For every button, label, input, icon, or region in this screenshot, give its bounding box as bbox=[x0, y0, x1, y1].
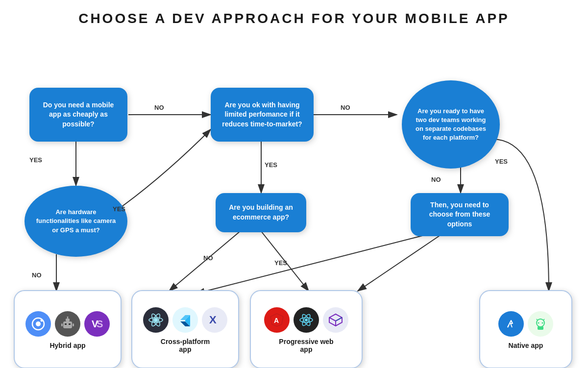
label-no-q5: NO bbox=[431, 176, 441, 183]
svg-rect-20 bbox=[61, 323, 63, 326]
robot-icon bbox=[55, 311, 80, 337]
label-yes-q1: YES bbox=[29, 156, 42, 164]
question-5: Are you ready to have two dev teams work… bbox=[402, 80, 500, 169]
result-crossplatform: X Cross-platform app bbox=[131, 290, 239, 368]
result-native: Native app bbox=[479, 290, 572, 368]
flutter-icon bbox=[172, 307, 198, 333]
svg-text:A: A bbox=[274, 317, 279, 324]
flowchart-container: YES NO NO YES NO YES YES NO NO YES Do yo… bbox=[0, 31, 588, 365]
label-yes-q3: YES bbox=[265, 161, 277, 169]
electron-icon bbox=[143, 307, 169, 333]
svg-point-35 bbox=[305, 319, 308, 321]
question-4: Are you building an ecommerce app? bbox=[216, 193, 306, 232]
angular-icon: A bbox=[264, 307, 290, 333]
label-no-q3: NO bbox=[341, 104, 350, 111]
svg-rect-15 bbox=[65, 323, 67, 325]
page-title: CHOOSE A DEV APPROACH FOR YOUR MOBILE AP… bbox=[0, 0, 588, 31]
react-icon bbox=[294, 307, 319, 333]
svg-text:X: X bbox=[209, 314, 217, 326]
native-label: Native app bbox=[509, 342, 543, 349]
svg-point-12 bbox=[36, 321, 41, 326]
label-yes-q2: YES bbox=[113, 205, 125, 213]
label-yes-q4: YES bbox=[274, 259, 287, 267]
result-hybrid: V S Hybrid app bbox=[14, 290, 122, 368]
svg-rect-14 bbox=[63, 321, 72, 328]
pwa-label: Progressive web app bbox=[279, 338, 333, 353]
svg-rect-46 bbox=[538, 326, 543, 330]
label-no-q1: NO bbox=[154, 104, 164, 111]
svg-point-47 bbox=[538, 322, 539, 324]
svg-line-40 bbox=[329, 318, 336, 321]
polymer-icon bbox=[323, 307, 348, 333]
label-no-q2: NO bbox=[32, 271, 42, 279]
svg-point-24 bbox=[154, 318, 158, 322]
svg-rect-21 bbox=[73, 323, 74, 326]
result-pwa: A Progres bbox=[250, 290, 363, 368]
svg-line-10 bbox=[196, 235, 426, 294]
svg-line-41 bbox=[336, 318, 342, 321]
visualstudio-icon: V S bbox=[84, 311, 110, 337]
svg-rect-16 bbox=[69, 323, 71, 325]
svg-rect-17 bbox=[66, 319, 70, 321]
svg-text:S: S bbox=[97, 319, 103, 329]
androidstudio-icon bbox=[528, 311, 553, 337]
xcode-icon bbox=[498, 311, 524, 337]
svg-line-50 bbox=[543, 319, 544, 320]
crossplatform-label: Cross-platform app bbox=[161, 338, 210, 353]
svg-point-48 bbox=[542, 322, 543, 324]
svg-point-19 bbox=[67, 317, 69, 318]
svg-line-49 bbox=[537, 319, 538, 320]
label-yes-q5: YES bbox=[495, 158, 508, 165]
question-2: Are hardware functionalities like camera… bbox=[24, 186, 127, 257]
question-3: Are you ok with having limited perfomanc… bbox=[211, 88, 314, 142]
question-6: Then, you need to choose from these opti… bbox=[411, 193, 509, 236]
hybrid-label: Hybrid app bbox=[49, 342, 85, 349]
svg-line-9 bbox=[358, 235, 441, 291]
svg-point-13 bbox=[41, 319, 43, 322]
xamarin-icon: X bbox=[202, 307, 227, 333]
label-no-q4: NO bbox=[203, 254, 213, 262]
question-1: Do you need a mobile app as cheaply as p… bbox=[29, 88, 127, 142]
ionic-icon bbox=[25, 311, 51, 337]
